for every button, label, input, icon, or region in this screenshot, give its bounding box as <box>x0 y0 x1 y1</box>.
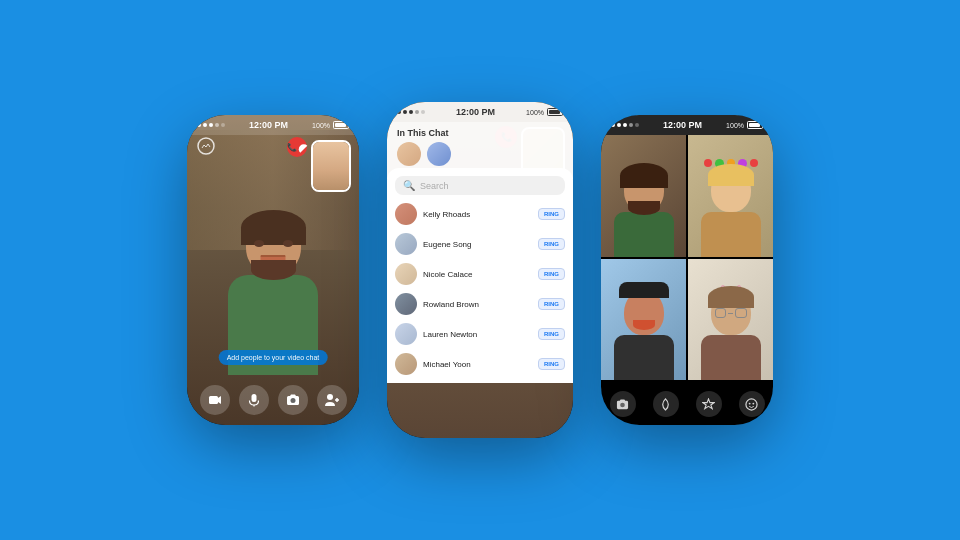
status-bar-center: 12:00 PM 100% <box>387 102 573 122</box>
contact-name-lauren: Lauren Newton <box>423 330 532 339</box>
thumbnail-face <box>313 142 349 190</box>
end-call-button-left[interactable]: 📞 <box>287 137 307 157</box>
grid-cell-2 <box>688 135 773 257</box>
battery-label-left: 100% <box>312 122 330 129</box>
ring-btn-kelly[interactable]: RING <box>538 208 565 220</box>
header-title: In This Chat <box>397 128 451 138</box>
left-eye <box>254 240 264 247</box>
avatar-circle-you <box>397 142 421 166</box>
contact-item-lauren[interactable]: Lauren Newton RING <box>387 319 573 349</box>
svg-point-11 <box>746 398 757 409</box>
svg-point-0 <box>198 138 214 154</box>
person-cell1 <box>609 167 679 257</box>
person-cell3 <box>609 290 679 380</box>
center-phone-screen: 📞 12:00 PM 100% <box>387 102 573 438</box>
svg-point-5 <box>290 398 295 403</box>
battery-label-right: 100% <box>726 122 744 129</box>
page-background: 12:00 PM 100% 📞 <box>0 0 960 540</box>
person-hair <box>241 210 306 245</box>
camera-btn[interactable] <box>278 385 308 415</box>
contact-item-nicole[interactable]: Nicole Calace RING <box>387 259 573 289</box>
add-people-banner: Add people to your video chat <box>219 350 328 365</box>
grid-cell-4 <box>688 259 773 381</box>
glasses-filter <box>715 308 747 318</box>
svg-rect-1 <box>209 396 218 404</box>
camera-btn-right[interactable] <box>610 391 636 417</box>
add-person-btn[interactable] <box>317 385 347 415</box>
ring-btn-nicole[interactable]: RING <box>538 268 565 280</box>
signal-dots-center <box>397 110 425 114</box>
svg-point-13 <box>752 402 754 404</box>
ring-btn-rowland[interactable]: RING <box>538 298 565 310</box>
avatar-circle-andre <box>427 142 451 166</box>
mic-btn[interactable] <box>239 385 269 415</box>
left-phone: 12:00 PM 100% 📞 <box>187 115 359 425</box>
person-head <box>246 215 301 275</box>
contact-list: Kelly Rhoads RING Eugene Song RING Nicol… <box>387 199 573 379</box>
signal-dots <box>197 123 225 127</box>
svg-point-12 <box>749 402 751 404</box>
avatar-rowland <box>395 293 417 315</box>
person-cell2 <box>696 167 766 257</box>
status-bar-left: 12:00 PM 100% <box>187 115 359 135</box>
battery-area-center: 100% <box>526 108 563 116</box>
right-eye <box>283 240 293 247</box>
search-panel: 🔍 Search Kelly Rhoads RING Eugene Song R <box>387 168 573 383</box>
contact-item-kelly[interactable]: Kelly Rhoads RING <box>387 199 573 229</box>
search-bar[interactable]: 🔍 Search <box>395 176 565 195</box>
avatar-lauren <box>395 323 417 345</box>
status-time-right: 12:00 PM <box>663 120 702 130</box>
filter-btn-right[interactable] <box>653 391 679 417</box>
video-controls-left <box>187 385 359 415</box>
signal-dots-right <box>611 123 639 127</box>
video-controls-right <box>601 391 773 417</box>
center-phone: 📞 12:00 PM 100% <box>387 102 573 438</box>
ring-btn-eugene[interactable]: RING <box>538 238 565 250</box>
person-cell4 <box>696 290 766 380</box>
person-beard <box>251 260 296 280</box>
self-video-thumbnail-left <box>311 140 351 192</box>
avatar-michael <box>395 353 417 375</box>
grid-cell-3 <box>601 259 686 381</box>
contact-name-eugene: Eugene Song <box>423 240 532 249</box>
avatar-kelly <box>395 203 417 225</box>
battery-label-center: 100% <box>526 109 544 116</box>
ring-btn-michael[interactable]: RING <box>538 358 565 370</box>
grid-cell-1 <box>601 135 686 257</box>
phones-container: 12:00 PM 100% 📞 <box>187 102 773 438</box>
search-input[interactable]: Search <box>420 181 449 191</box>
search-icon: 🔍 <box>403 180 415 191</box>
status-time-left: 12:00 PM <box>249 120 288 130</box>
header-content: In This Chat You Andre <box>397 128 451 173</box>
contact-name-kelly: Kelly Rhoads <box>423 210 532 219</box>
emoji-btn-right[interactable] <box>739 391 765 417</box>
contact-item-eugene[interactable]: Eugene Song RING <box>387 229 573 259</box>
left-phone-screen: 12:00 PM 100% 📞 <box>187 115 359 425</box>
right-phone: 12:00 PM 100% <box>601 115 773 425</box>
battery-area-right: 100% <box>726 121 763 129</box>
svg-marker-10 <box>703 398 714 408</box>
svg-point-6 <box>327 394 333 400</box>
contact-item-rowland[interactable]: Rowland Brown RING <box>387 289 573 319</box>
status-bar-right: 12:00 PM 100% <box>601 115 773 135</box>
contact-name-michael: Michael Yoon <box>423 360 532 369</box>
ring-btn-lauren[interactable]: RING <box>538 328 565 340</box>
contact-name-nicole: Nicole Calace <box>423 270 532 279</box>
video-btn[interactable] <box>200 385 230 415</box>
battery-area-left: 100% <box>312 121 349 129</box>
avatar-nicole <box>395 263 417 285</box>
right-phone-screen: 12:00 PM 100% <box>601 115 773 425</box>
effects-btn-right[interactable] <box>696 391 722 417</box>
status-time-center: 12:00 PM <box>456 107 495 117</box>
svg-rect-3 <box>251 394 256 402</box>
svg-point-9 <box>620 402 625 407</box>
avatar-eugene <box>395 233 417 255</box>
messenger-icon-left <box>197 137 215 155</box>
contact-name-rowland: Rowland Brown <box>423 300 532 309</box>
svg-marker-2 <box>218 396 221 404</box>
contact-item-michael[interactable]: Michael Yoon RING <box>387 349 573 379</box>
video-grid <box>601 135 773 380</box>
